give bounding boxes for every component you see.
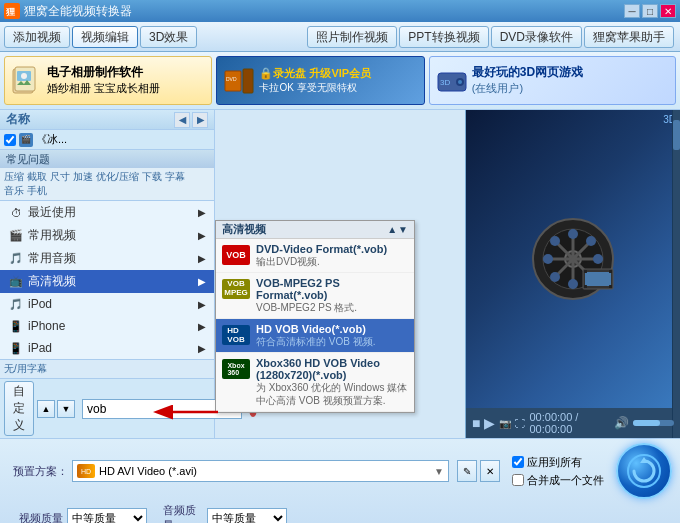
panel-btn-2[interactable]: ▶ bbox=[192, 112, 208, 128]
merge-file-label[interactable]: 合并成一个文件 bbox=[512, 473, 604, 488]
format-xbox360[interactable]: Xbox360 Xbox360 HD VOB Video (1280x720)(… bbox=[216, 353, 414, 412]
no-subtitle-label: 无/用字幕 bbox=[4, 362, 47, 376]
dropdown-up[interactable]: ▲ bbox=[387, 224, 397, 235]
game-3d-banner[interactable]: 3D 最好玩的3D网页游戏 (在线用户) bbox=[429, 56, 676, 105]
dropdown-title: 高清视频 bbox=[222, 222, 266, 237]
left-panel-header: 名称 ◀ ▶ bbox=[0, 110, 214, 130]
problem-compress[interactable]: 压缩 bbox=[4, 170, 24, 184]
ipad-arrow: ▶ bbox=[198, 343, 206, 354]
preset-value: HD AVI Video (*.avi) bbox=[99, 465, 197, 477]
film-reel-image bbox=[528, 214, 618, 304]
format-vob-mpeg2-desc: VOB-MPEG2 PS 格式. bbox=[256, 301, 408, 314]
svg-point-26 bbox=[568, 279, 578, 289]
apply-all-checkbox[interactable] bbox=[512, 456, 524, 468]
volume-icon[interactable]: 🔊 bbox=[614, 416, 629, 430]
video-quality-select[interactable]: 中等质量 bbox=[67, 508, 147, 523]
problems-label: 常见问题 bbox=[6, 152, 50, 167]
add-video-button[interactable]: 添加视频 bbox=[4, 26, 70, 48]
format-hd-vob-content: HD VOB Video(*.vob) 符合高清标准的 VOB 视频. bbox=[256, 323, 408, 348]
svg-text:3D: 3D bbox=[440, 78, 450, 87]
svg-point-32 bbox=[550, 272, 560, 282]
volume-slider[interactable] bbox=[633, 420, 674, 426]
hd-video-icon: 📺 bbox=[8, 274, 24, 290]
merge-file-checkbox[interactable] bbox=[512, 474, 524, 486]
problem-cut[interactable]: 截取 bbox=[27, 170, 47, 184]
preset-container: HD HD AVI Video (*.avi) ▼ bbox=[72, 460, 449, 482]
customize-button[interactable]: 自定义 bbox=[4, 381, 34, 436]
nav-down-button[interactable]: ▼ bbox=[57, 400, 75, 418]
preset-edit-button[interactable]: ✎ bbox=[457, 460, 477, 482]
menu-recent[interactable]: ⏱ 最近使用 ▶ bbox=[0, 201, 214, 224]
snapshot-button[interactable]: 📷 bbox=[499, 418, 511, 429]
banner-area: 电子相册制作软件 婚纱相册 宝宝成长相册 DVD 🔒录光盘 升级VIP会员 卡拉… bbox=[0, 52, 680, 110]
svg-point-31 bbox=[586, 236, 596, 246]
ipod-arrow: ▶ bbox=[198, 299, 206, 310]
left-panel: 名称 ◀ ▶ 🎬 《冰... 常见问题 压缩 截取 尺寸 加速 优化/压缩 下载… bbox=[0, 110, 215, 438]
xbox360-icon: Xbox360 bbox=[222, 357, 250, 381]
menu-ipad-label: iPad bbox=[28, 341, 52, 355]
photo-album-banner[interactable]: 电子相册制作软件 婚纱相册 宝宝成长相册 bbox=[4, 56, 212, 105]
menu-ipod[interactable]: 🎵 iPod ▶ bbox=[0, 293, 214, 315]
problem-size[interactable]: 尺寸 bbox=[50, 170, 70, 184]
minimize-button[interactable]: ─ bbox=[624, 4, 640, 18]
dvd-member-banner[interactable]: DVD 🔒录光盘 升级VIP会员 卡拉OK 享受无限特权 bbox=[216, 56, 424, 105]
nav-up-button[interactable]: ▲ bbox=[37, 400, 55, 418]
main-area: 名称 ◀ ▶ 🎬 《冰... 常见问题 压缩 截取 尺寸 加速 优化/压缩 下载… bbox=[0, 110, 680, 438]
preset-dropdown-arrow[interactable]: ▼ bbox=[434, 466, 444, 477]
edit-video-button[interactable]: 视频编辑 bbox=[72, 26, 138, 48]
dvd-software-button[interactable]: DVD录像软件 bbox=[491, 26, 582, 48]
common-video-icon: 🎬 bbox=[8, 228, 24, 244]
format-xbox360-desc: 为 Xbox360 优化的 Windows 媒体中心高清 VOB 视频预置方案. bbox=[256, 381, 408, 407]
problem-speed[interactable]: 加速 bbox=[73, 170, 93, 184]
file-checkbox[interactable] bbox=[4, 134, 16, 146]
format-vob-mpeg2-content: VOB-MPEG2 PS Format(*.vob) VOB-MPEG2 PS … bbox=[256, 277, 408, 314]
close-button[interactable]: ✕ bbox=[660, 4, 676, 18]
problem-subtitle[interactable]: 字幕 bbox=[165, 170, 185, 184]
scrollbar-thumb[interactable] bbox=[673, 120, 680, 150]
hd-vob-icon: HDVOB bbox=[222, 323, 250, 347]
format-dvd-vob[interactable]: VOB DVD-Video Format(*.vob) 输出DVD视频. bbox=[216, 239, 414, 273]
game-3d-text: 最好玩的3D网页游戏 (在线用户) bbox=[472, 64, 583, 96]
problem-download[interactable]: 下载 bbox=[142, 170, 162, 184]
audio-quality-select[interactable]: 中等质量 bbox=[207, 508, 287, 523]
menu-iphone[interactable]: 📱 iPhone ▶ bbox=[0, 315, 214, 337]
menu-common-video[interactable]: 🎬 常用视频 ▶ bbox=[0, 224, 214, 247]
format-dropdown-panel: 高清视频 ▲ ▼ VOB DVD-Video Format(*.vob) 输出D… bbox=[215, 220, 415, 413]
effect-3d-button[interactable]: 3D效果 bbox=[140, 26, 197, 48]
dvd-member-subtitle: 卡拉OK 享受无限特权 bbox=[259, 81, 371, 95]
dropdown-nav: ▲ ▼ bbox=[387, 224, 408, 235]
apple-helper-button[interactable]: 狸窝苹果助手 bbox=[584, 26, 674, 48]
format-vob-mpeg2[interactable]: VOBMPEG VOB-MPEG2 PS Format(*.vob) VOB-M… bbox=[216, 273, 414, 319]
preset-delete-button[interactable]: ✕ bbox=[480, 460, 500, 482]
quality-row: 视频质量 中等质量 音频质量 中等质量 bbox=[8, 503, 672, 523]
maximize-button[interactable]: □ bbox=[642, 4, 658, 18]
menu-common-audio[interactable]: 🎵 常用音频 ▶ bbox=[0, 247, 214, 270]
ppt-convert-button[interactable]: PPT转换视频 bbox=[399, 26, 488, 48]
photo-video-button[interactable]: 照片制作视频 bbox=[307, 26, 397, 48]
play-button[interactable]: ▶ bbox=[484, 415, 495, 431]
stop-button[interactable]: ■ bbox=[472, 415, 480, 431]
menu-ipad[interactable]: 📱 iPad ▶ bbox=[0, 337, 214, 359]
right-panel: 3D ■ ▶ 📷 ⛶ 00:00:00 / 00:00:00 🔊 bbox=[465, 110, 680, 438]
dropdown-down[interactable]: ▼ bbox=[398, 224, 408, 235]
apply-all-label[interactable]: 应用到所有 bbox=[512, 455, 604, 470]
format-hd-vob-title: HD VOB Video(*.vob) bbox=[256, 323, 408, 335]
photo-album-icon bbox=[11, 65, 43, 97]
convert-button[interactable] bbox=[616, 443, 672, 499]
problem-optimize[interactable]: 优化/压缩 bbox=[96, 170, 139, 184]
problem-phone[interactable]: 手机 bbox=[27, 184, 47, 198]
panel-btn-1[interactable]: ◀ bbox=[174, 112, 190, 128]
file-icon: 🎬 bbox=[19, 133, 33, 147]
photo-album-text: 电子相册制作软件 婚纱相册 宝宝成长相册 bbox=[47, 64, 160, 96]
preview-scrollbar[interactable] bbox=[672, 110, 680, 438]
menu-hd-video[interactable]: 📺 高清视频 ▶ bbox=[0, 270, 214, 293]
file-item[interactable]: 🎬 《冰... bbox=[0, 130, 214, 150]
format-hd-vob[interactable]: HDVOB HD VOB Video(*.vob) 符合高清标准的 VOB 视频… bbox=[216, 319, 414, 353]
dvd-member-text: 🔒录光盘 升级VIP会员 卡拉OK 享受无限特权 bbox=[259, 66, 371, 95]
preset-actions: ✎ ✕ bbox=[457, 460, 500, 482]
preview-controls: ■ ▶ 📷 ⛶ 00:00:00 / 00:00:00 🔊 bbox=[466, 408, 680, 438]
window-controls[interactable]: ─ □ ✕ bbox=[624, 4, 676, 18]
customize-row: 无/用字幕 bbox=[0, 359, 214, 378]
problem-music[interactable]: 音乐 bbox=[4, 184, 24, 198]
fullscreen-button[interactable]: ⛶ bbox=[515, 418, 525, 429]
